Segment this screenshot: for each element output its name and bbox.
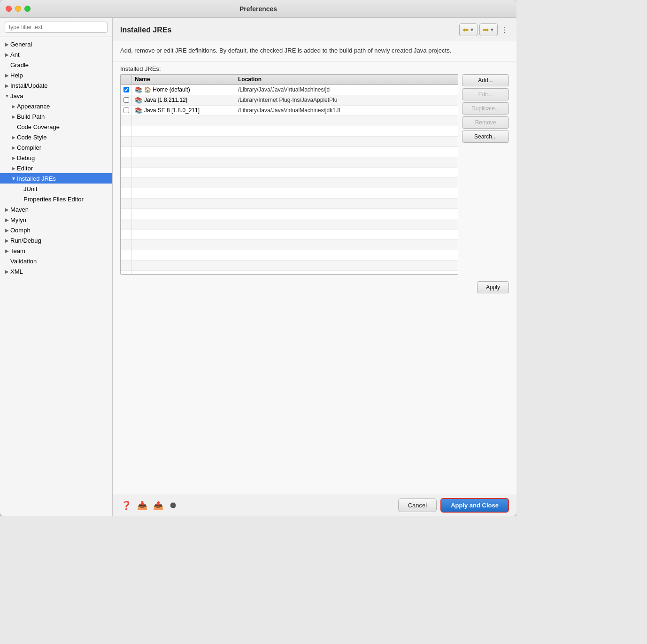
empty-name	[132, 171, 235, 173]
empty-name	[132, 223, 235, 225]
filter-input[interactable]	[5, 22, 108, 33]
filter-input-wrap	[0, 18, 112, 37]
table-body: 📚🏠 Home (default)/Library/Java/JavaVirtu…	[121, 85, 458, 274]
sidebar-item-label-build-path: Build Path	[17, 113, 108, 120]
menu-button[interactable]: ⋮	[500, 24, 509, 35]
sidebar-item-debug[interactable]: ▶Debug	[0, 153, 112, 163]
book-icon: 📚	[135, 97, 142, 104]
sidebar-item-code-coverage[interactable]: Code Coverage	[0, 122, 112, 132]
bottom-left: ❓ 📥 📤 ⏺	[120, 499, 178, 512]
empty-location	[235, 171, 458, 173]
expand-arrow-icon: ▶	[4, 207, 10, 212]
restore-button[interactable]: ⏺	[168, 499, 178, 511]
checkbox-input-java-se-8[interactable]	[123, 107, 129, 113]
export-icon: 📤	[153, 501, 163, 510]
maximize-button[interactable]	[24, 6, 31, 12]
import-button[interactable]: 📥	[136, 499, 148, 512]
export-button[interactable]: 📤	[152, 499, 164, 512]
table-row-empty	[121, 178, 458, 188]
empty-checkbox	[121, 188, 132, 198]
empty-checkbox	[121, 199, 132, 208]
sidebar-item-general[interactable]: ▶General	[0, 39, 112, 49]
row-checkbox-java-se-8[interactable]	[121, 106, 132, 115]
empty-name	[132, 182, 235, 184]
sidebar-item-label-editor: Editor	[17, 165, 108, 172]
panel-spacer	[113, 293, 516, 494]
sidebar-item-team[interactable]: ▶Team	[0, 245, 112, 256]
table-header: Name Location	[121, 75, 458, 85]
sidebar-item-oomph[interactable]: ▶Oomph	[0, 225, 112, 235]
table-header-checkbox	[121, 75, 132, 84]
panel-description: Add, remove or edit JRE definitions. By …	[113, 40, 516, 61]
checkbox-input-home-default[interactable]	[123, 87, 129, 92]
edit-button: Edit...	[462, 88, 509, 100]
forward-button[interactable]: ➡ ▼	[479, 23, 498, 36]
expand-arrow-icon: ▶	[4, 248, 10, 253]
sidebar-item-label-maven: Maven	[10, 206, 108, 213]
checkbox-input-java-1-8-211[interactable]	[123, 97, 129, 103]
sidebar-item-code-style[interactable]: ▶Code Style	[0, 132, 112, 142]
preferences-window: Preferences ▶General▶AntGradle▶Help▶Inst…	[0, 0, 516, 516]
sidebar-item-label-gradle: Gradle	[10, 61, 108, 69]
empty-checkbox	[121, 271, 132, 274]
sidebar-item-mylyn[interactable]: ▶Mylyn	[0, 215, 112, 225]
empty-checkbox	[121, 116, 132, 126]
table-row[interactable]: 📚Java SE 8 [1.8.0_211]/Library/Java/Java…	[121, 106, 458, 116]
sidebar-item-junit[interactable]: JUnit	[0, 184, 112, 194]
empty-location	[235, 151, 458, 153]
empty-name	[132, 151, 235, 153]
panel-toolbar: ⬅ ▼ ➡ ▼ ⋮	[459, 23, 509, 36]
panel-header: Installed JREs ⬅ ▼ ➡ ▼ ⋮	[113, 18, 516, 40]
sidebar-item-build-path[interactable]: ▶Build Path	[0, 111, 112, 122]
duplicate-button: Duplicate...	[462, 102, 509, 115]
sidebar-item-validation[interactable]: Validation	[0, 256, 112, 266]
sidebar-item-maven[interactable]: ▶Maven	[0, 204, 112, 215]
sidebar-item-label-compiler: Compiler	[17, 144, 108, 151]
empty-location	[235, 161, 458, 163]
empty-checkbox	[121, 209, 132, 219]
sidebar-item-label-installed-jres: Installed JREs	[17, 175, 108, 182]
empty-checkbox	[121, 126, 132, 136]
table-row-empty	[121, 168, 458, 178]
sidebar-item-appearance[interactable]: ▶Appearance	[0, 101, 112, 111]
row-checkbox-home-default[interactable]	[121, 85, 132, 95]
remove-button: Remove	[462, 116, 509, 129]
sidebar-item-compiler[interactable]: ▶Compiler	[0, 142, 112, 153]
table-row[interactable]: 📚🏠 Home (default)/Library/Java/JavaVirtu…	[121, 85, 458, 95]
search-button[interactable]: Search...	[462, 130, 509, 143]
close-button[interactable]	[6, 6, 12, 12]
apply-button[interactable]: Apply	[477, 281, 509, 293]
cancel-button[interactable]: Cancel	[398, 498, 437, 512]
help-button[interactable]: ❓	[120, 499, 132, 512]
row-checkbox-java-1-8-211[interactable]	[121, 95, 132, 105]
sidebar-item-install-update[interactable]: ▶Install/Update	[0, 80, 112, 91]
sidebar: ▶General▶AntGradle▶Help▶Install/Update▼J…	[0, 18, 113, 516]
minimize-button[interactable]	[15, 6, 21, 12]
add-button[interactable]: Add...	[462, 74, 509, 86]
back-button[interactable]: ⬅ ▼	[459, 23, 478, 36]
empty-location	[235, 264, 458, 266]
sidebar-item-editor[interactable]: ▶Editor	[0, 163, 112, 173]
sidebar-item-java[interactable]: ▼Java	[0, 91, 112, 101]
sidebar-item-ant[interactable]: ▶Ant	[0, 49, 112, 60]
table-row[interactable]: 📚Java [1.8.211.12]/Library/Internet Plug…	[121, 95, 458, 106]
empty-location	[235, 140, 458, 142]
table-row-empty	[121, 116, 458, 126]
sidebar-item-gradle[interactable]: Gradle	[0, 60, 112, 70]
empty-name	[132, 192, 235, 194]
row-name-java-1-8-211: 📚Java [1.8.211.12]	[132, 96, 235, 105]
sidebar-item-label-mylyn: Mylyn	[10, 216, 108, 223]
empty-name	[132, 213, 235, 215]
empty-checkbox	[121, 147, 132, 157]
back-dropdown-icon: ▼	[470, 27, 474, 32]
book-icon: 📚	[135, 107, 142, 114]
sidebar-item-run-debug[interactable]: ▶Run/Debug	[0, 235, 112, 245]
apply-and-close-button[interactable]: Apply and Close	[440, 498, 509, 513]
empty-name	[132, 120, 235, 122]
sidebar-item-xml[interactable]: ▶XML	[0, 266, 112, 276]
sidebar-item-installed-jres[interactable]: ▼Installed JREs	[0, 173, 112, 184]
empty-checkbox	[121, 250, 132, 260]
sidebar-item-properties-files-editor[interactable]: Properties Files Editor	[0, 194, 112, 204]
sidebar-item-help[interactable]: ▶Help	[0, 70, 112, 80]
sidebar-item-label-code-coverage: Code Coverage	[17, 123, 108, 130]
